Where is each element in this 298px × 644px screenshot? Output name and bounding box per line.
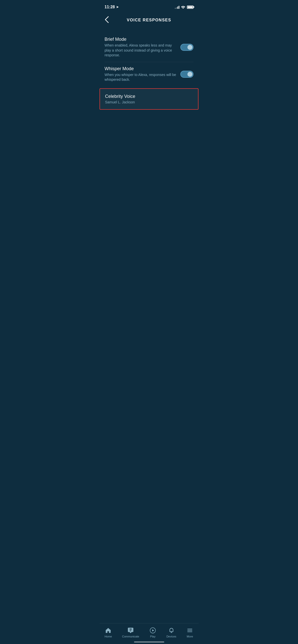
wifi-icon (181, 5, 185, 9)
location-icon: ➤ (116, 5, 119, 9)
whisper-mode-text: Whisper Mode When you whisper to Alexa, … (105, 66, 180, 82)
back-button[interactable] (105, 15, 111, 25)
whisper-mode-item: Whisper Mode When you whisper to Alexa, … (105, 62, 193, 86)
status-time: 11:28 ➤ (105, 5, 119, 9)
brief-mode-text: Brief Mode When enabled, Alexa speaks le… (105, 37, 180, 58)
page-title: VOICE RESPONSES (127, 18, 171, 22)
signal-icon (175, 5, 179, 9)
celebrity-voice-subtitle: Samuel L. Jackson (105, 100, 193, 104)
whisper-mode-title: Whisper Mode (105, 66, 176, 71)
celebrity-voice-item[interactable]: Celebrity Voice Samuel L. Jackson (100, 88, 198, 110)
brief-mode-item: Brief Mode When enabled, Alexa speaks le… (105, 33, 193, 62)
brief-mode-toggle[interactable] (180, 44, 193, 51)
header: VOICE RESPONSES (100, 13, 198, 30)
brief-mode-description: When enabled, Alexa speaks less and may … (105, 43, 176, 58)
celebrity-voice-title: Celebrity Voice (105, 94, 193, 99)
brief-mode-title: Brief Mode (105, 37, 176, 42)
settings-content: Brief Mode When enabled, Alexa speaks le… (100, 30, 198, 86)
whisper-mode-description: When you whisper to Alexa, responses wil… (105, 72, 176, 82)
whisper-mode-toggle[interactable] (180, 71, 193, 78)
battery-icon (187, 6, 193, 9)
status-bar: 11:28 ➤ (100, 0, 198, 13)
status-icons (175, 5, 193, 9)
time-display: 11:28 (105, 5, 115, 9)
